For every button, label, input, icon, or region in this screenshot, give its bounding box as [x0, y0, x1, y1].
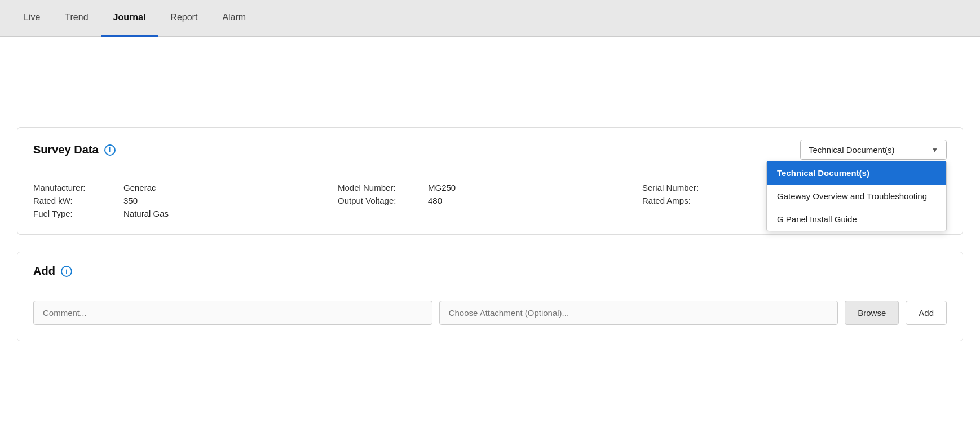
add-button[interactable]: Add [906, 301, 947, 325]
rated-kw-label: Rated kW: [33, 196, 123, 205]
tab-alarm-label: Alarm [222, 12, 246, 23]
serial-number-label: Serial Number: [642, 183, 732, 192]
fuel-type-value: Natural Gas [123, 209, 169, 218]
comment-row: Browse Add [33, 301, 947, 325]
tab-live[interactable]: Live [11, 0, 52, 37]
tab-report-label: Report [170, 12, 197, 23]
manufacturer-row: Manufacturer: Generac [33, 183, 338, 192]
add-info-icon[interactable]: i [61, 266, 72, 277]
survey-col-2: Model Number: MG250 Output Voltage: 480 [338, 183, 642, 218]
output-voltage-value: 480 [428, 196, 442, 205]
fuel-type-row: Fuel Type: Natural Gas [33, 209, 338, 218]
dropdown-item-tech-docs[interactable]: Technical Document(s) [767, 161, 946, 185]
tech-docs-dropdown-wrapper: Technical Document(s) ▼ Technical Docume… [800, 140, 947, 160]
model-number-row: Model Number: MG250 [338, 183, 642, 192]
rated-amps-label: Rated Amps: [642, 196, 732, 205]
survey-info-icon[interactable]: i [104, 144, 116, 156]
survey-header: Survey Data i Technical Document(s) ▼ Te… [33, 140, 947, 160]
rated-kw-value: 350 [123, 196, 138, 205]
dropdown-item-gateway-overview[interactable]: Gateway Overview and Troubleshooting [767, 185, 946, 208]
survey-data-card: Survey Data i Technical Document(s) ▼ Te… [17, 127, 963, 235]
add-divider [17, 287, 963, 287]
add-section-card: Add i Browse Add [17, 252, 963, 341]
tab-live-label: Live [24, 12, 40, 23]
output-voltage-row: Output Voltage: 480 [338, 196, 642, 205]
output-voltage-label: Output Voltage: [338, 196, 428, 205]
dropdown-item-g-panel[interactable]: G Panel Install Guide [767, 208, 946, 231]
survey-col-1: Manufacturer: Generac Rated kW: 350 Fuel… [33, 183, 338, 218]
survey-title-group: Survey Data i [33, 143, 116, 156]
browse-button[interactable]: Browse [845, 301, 899, 325]
comment-input[interactable] [33, 301, 432, 325]
dropdown-chevron-icon: ▼ [932, 146, 938, 154]
tab-bar: Live Trend Journal Report Alarm [0, 0, 980, 37]
tab-trend-label: Trend [65, 12, 88, 23]
tab-journal-label: Journal [113, 12, 146, 23]
top-spacer [0, 37, 980, 127]
tab-trend[interactable]: Trend [52, 0, 100, 37]
tech-docs-dropdown-trigger[interactable]: Technical Document(s) ▼ [800, 140, 947, 160]
add-header: Add i [33, 265, 947, 278]
tab-journal[interactable]: Journal [101, 0, 158, 37]
manufacturer-value: Generac [123, 183, 156, 192]
survey-title: Survey Data [33, 143, 99, 156]
tech-docs-dropdown-menu: Technical Document(s) Gateway Overview a… [766, 161, 947, 231]
rated-kw-row: Rated kW: 350 [33, 196, 338, 205]
manufacturer-label: Manufacturer: [33, 183, 123, 192]
tab-report[interactable]: Report [158, 0, 210, 37]
add-title: Add [33, 265, 55, 278]
add-title-group: Add i [33, 265, 72, 278]
model-number-label: Model Number: [338, 183, 428, 192]
tab-alarm[interactable]: Alarm [210, 0, 258, 37]
fuel-type-label: Fuel Type: [33, 209, 123, 218]
model-number-value: MG250 [428, 183, 456, 192]
dropdown-selected-label: Technical Document(s) [809, 145, 895, 155]
main-content: Survey Data i Technical Document(s) ▼ Te… [0, 37, 980, 448]
attachment-input[interactable] [439, 301, 838, 325]
